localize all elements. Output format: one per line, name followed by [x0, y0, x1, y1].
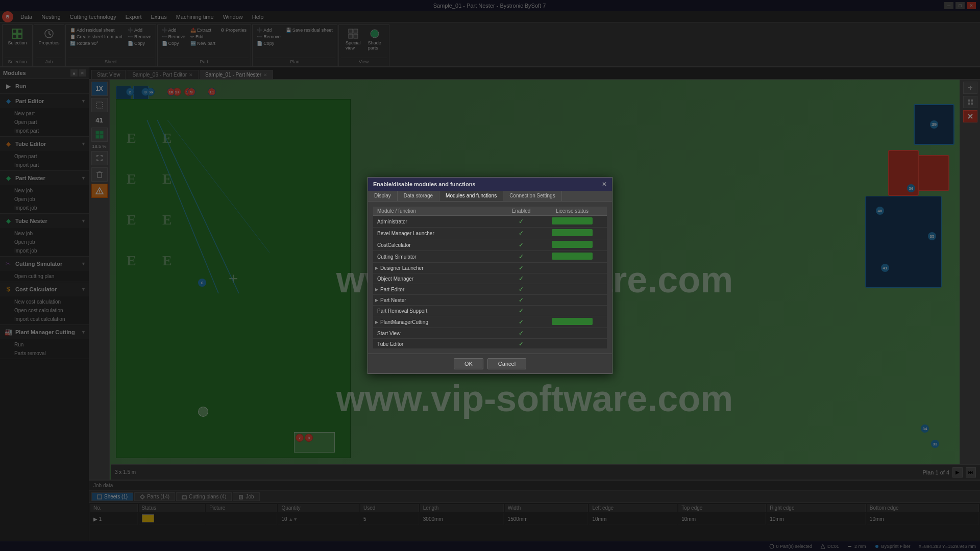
modal-tab-display[interactable]: Display — [368, 191, 398, 201]
modal-table-header: Module / function Enabled License status — [373, 207, 607, 216]
modal-row-cutting-simulator: Cutting Simulator ✓ — [373, 251, 607, 263]
modal-row-cost-calculator: CostCalculator ✓ — [373, 239, 607, 251]
modal-row-administrator: Administrator ✓ — [373, 216, 607, 228]
modal-overlay[interactable]: Enable/disable modules and functions ✕ D… — [0, 0, 980, 551]
modal-row-plant-manager: ▶ PlantManagerCutting ✓ — [373, 316, 607, 328]
modal-tab-modules[interactable]: Modules and functions — [439, 191, 503, 201]
modal-dialog: Enable/disable modules and functions ✕ D… — [368, 177, 612, 374]
designer-expand-btn[interactable]: ▶ — [375, 266, 378, 270]
modal-ok-button[interactable]: OK — [454, 358, 483, 369]
modal-tabs: Display Data storage Modules and functio… — [368, 191, 612, 202]
modal-row-tube-editor: Tube Editor ✓ — [373, 339, 607, 348]
modal-title: Enable/disable modules and functions — [373, 181, 475, 187]
modal-rows-container: Administrator ✓ Bevel Manager Launcher ✓… — [373, 216, 607, 348]
modal-row-start-view: Start View ✓ — [373, 328, 607, 339]
modal-tab-connection[interactable]: Connection Settings — [503, 191, 562, 201]
modal-titlebar: Enable/disable modules and functions ✕ — [368, 178, 612, 191]
modal-row-part-removal: Part Removal Support ✓ — [373, 306, 607, 316]
plant-manager-expand-btn[interactable]: ▶ — [375, 320, 378, 324]
modal-content: Module / function Enabled License status… — [368, 202, 612, 354]
modal-close-btn[interactable]: ✕ — [602, 181, 607, 188]
col-module-header: Module / function — [377, 208, 501, 214]
modal-row-designer: ▶ Designer Launcher ✓ — [373, 263, 607, 273]
modal-cancel-button[interactable]: Cancel — [487, 358, 526, 369]
modal-row-object-manager: Object Manager ✓ — [373, 273, 607, 284]
part-nester-expand-btn[interactable]: ▶ — [375, 298, 378, 303]
modal-row-part-editor: ▶ Part Editor ✓ — [373, 284, 607, 295]
modal-footer: OK Cancel — [368, 354, 612, 373]
modal-tab-data-storage[interactable]: Data storage — [398, 191, 439, 201]
part-editor-expand-btn[interactable]: ▶ — [375, 287, 378, 292]
modal-row-part-nester: ▶ Part Nester ✓ — [373, 295, 607, 306]
col-enabled-header: Enabled — [501, 208, 542, 214]
col-license-header: License status — [542, 208, 603, 214]
modal-row-bevel-manager: Bevel Manager Launcher ✓ — [373, 228, 607, 239]
